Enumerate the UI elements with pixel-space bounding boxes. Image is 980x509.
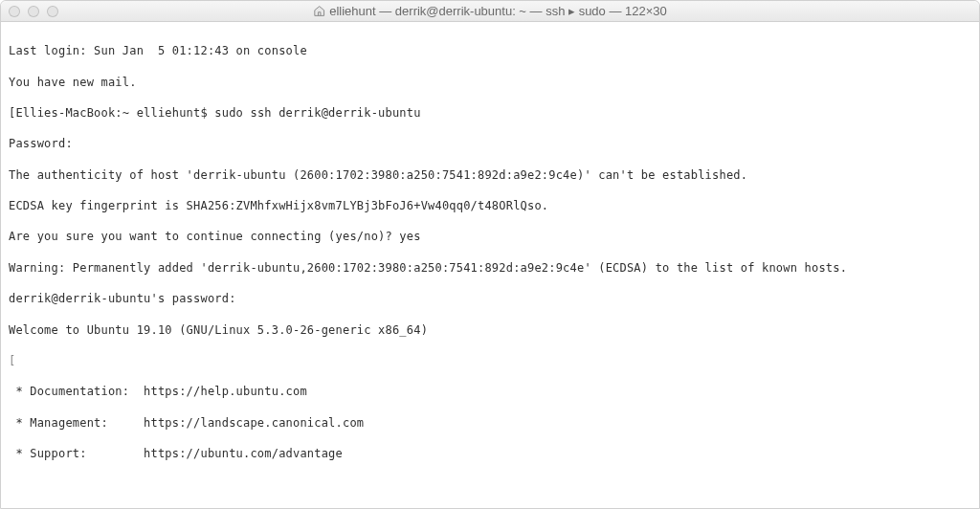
line-fingerprint: ECDSA key fingerprint is SHA256:ZVMhfxwH… [9, 198, 971, 213]
line-authenticity: The authenticity of host 'derrik-ubuntu … [9, 167, 971, 183]
minimize-button[interactable] [28, 6, 39, 17]
line-warning: Warning: Permanently added 'derrik-ubunt… [9, 260, 971, 276]
terminal-output[interactable]: Last login: Sun Jan 5 01:12:43 on consol… [1, 22, 979, 508]
line-last-login: Last login: Sun Jan 5 01:12:43 on consol… [9, 43, 971, 58]
titlebar[interactable]: elliehunt — derrik@derrik-ubuntu: ~ — ss… [1, 1, 979, 22]
line-bracket: [ [9, 353, 971, 368]
window-title-text: elliehunt — derrik@derrik-ubuntu: ~ — ss… [329, 4, 667, 18]
maximize-button[interactable] [47, 6, 58, 17]
line-local-prompt: [Ellies-MacBook:~ elliehunt$ sudo ssh de… [9, 105, 971, 121]
line-mail: You have new mail. [9, 75, 971, 90]
line-continue: Are you sure you want to continue connec… [9, 229, 971, 244]
line-remote-password: derrik@derrik-ubuntu's password: [9, 291, 971, 306]
blank-line-1 [9, 476, 971, 492]
line-password: Password: [9, 136, 971, 151]
line-mgmt: * Management: https://landscape.canonica… [9, 415, 971, 431]
line-welcome: Welcome to Ubuntu 19.10 (GNU/Linux 5.3.0… [9, 322, 971, 338]
line-support: * Support: https://ubuntu.com/advantage [9, 446, 971, 461]
home-icon [313, 5, 325, 17]
local-prompt-text: [Ellies-MacBook:~ elliehunt$ [9, 106, 214, 120]
close-button[interactable] [9, 6, 20, 17]
window-title: elliehunt — derrik@derrik-ubuntu: ~ — ss… [313, 4, 667, 18]
line-doc: * Documentation: https://help.ubuntu.com [9, 384, 971, 399]
window-controls [9, 6, 58, 17]
terminal-window: elliehunt — derrik@derrik-ubuntu: ~ — ss… [0, 0, 980, 509]
local-command: sudo ssh derrik@derrik-ubuntu [214, 106, 420, 120]
